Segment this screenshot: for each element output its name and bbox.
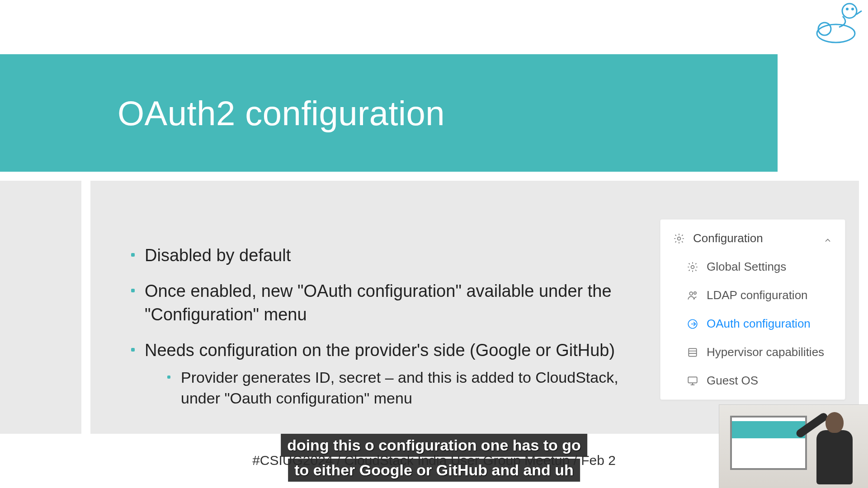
gear-icon [687,261,698,273]
menu-item-ldap-configuration[interactable]: LDAP configuration [660,281,845,310]
bullet-text: Once enabled, new "OAuth configuration" … [145,282,612,324]
svg-point-3 [846,8,849,10]
bullet-text: Disabled by default [145,246,291,265]
svg-point-4 [851,8,854,10]
menu-header-label: Configuration [693,231,763,245]
menu-header-configuration[interactable]: Configuration [660,224,845,253]
list-icon [687,347,698,358]
video-caption: doing this o configuration one has to go… [281,433,587,483]
menu-item-label: Guest OS [707,374,758,388]
chevron-up-icon [823,234,832,243]
menu-item-label: Hypervisor capabilities [707,345,824,359]
bullet-item: Once enabled, new "OAuth configuration" … [131,280,651,326]
svg-point-7 [689,292,693,295]
bullet-list: Disabled by default Once enabled, new "O… [131,244,651,422]
svg-point-5 [678,237,681,240]
menu-item-hypervisor-capabilities[interactable]: Hypervisor capabilities [660,338,845,366]
bullet-item: Needs configuration on the provider's si… [131,339,651,409]
pip-projection-screen [730,416,807,470]
svg-point-6 [691,265,694,268]
slide: OAuth2 configuration Disabled by default… [0,0,868,488]
menu-item-label: LDAP configuration [707,288,808,302]
title-band: OAuth2 configuration [0,54,778,172]
svg-rect-11 [688,377,697,383]
caption-line: doing this o configuration one has to go [281,434,587,457]
left-pad [0,181,81,434]
sub-bullet-text: Provider generates ID, secret – and this… [181,369,618,407]
users-icon [687,290,698,301]
bullet-text: Needs configuration on the provider's si… [145,341,615,360]
menu-item-oauth-configuration[interactable]: OAuth configuration [660,310,845,338]
sub-bullet-item: Provider generates ID, secret – and this… [145,367,651,409]
bullet-item: Disabled by default [131,244,651,267]
svg-point-0 [817,24,855,42]
slide-title: OAuth2 configuration [118,94,445,133]
cloudstack-logo [811,1,865,46]
config-menu-panel: Configuration Global Settings LDAP confi… [660,219,845,400]
pip-speaker [807,408,862,487]
menu-item-label: OAuth configuration [707,317,811,331]
monitor-icon [687,375,698,387]
gear-icon [673,233,685,244]
svg-point-2 [842,4,857,18]
menu-item-global-settings[interactable]: Global Settings [660,253,845,281]
menu-item-guest-os[interactable]: Guest OS [660,366,845,395]
speaker-pip-video[interactable] [719,404,868,488]
menu-item-label: Global Settings [707,260,786,274]
svg-point-8 [694,291,696,294]
login-icon [687,318,698,330]
caption-line: to either Google or GitHub and and uh [288,459,580,482]
svg-rect-10 [689,348,696,356]
